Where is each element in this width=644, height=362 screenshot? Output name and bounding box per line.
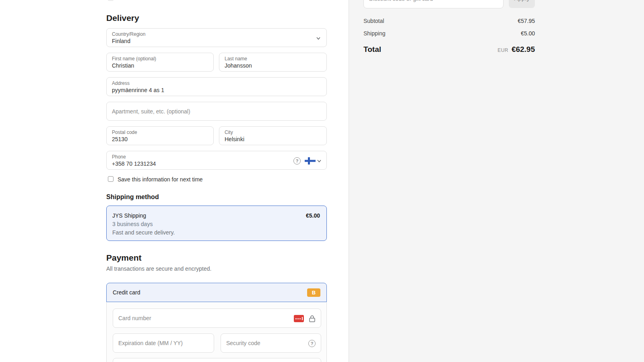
postal-code-field[interactable]: Postal code (106, 126, 214, 145)
expiration-date-field[interactable] (113, 333, 214, 353)
shipping-option-duration: 3 business days (112, 221, 320, 227)
apartment-field[interactable] (106, 102, 327, 121)
shipping-method-heading: Shipping method (106, 193, 159, 201)
delivery-heading: Delivery (106, 13, 139, 23)
name-on-card-field[interactable] (113, 358, 321, 362)
country-code-selector[interactable] (305, 157, 322, 165)
payment-subtitle: All transactions are secure and encrypte… (106, 265, 211, 272)
first-name-field[interactable]: First name (optional) (106, 53, 214, 72)
payment-method-credit-card[interactable]: Credit card B (106, 283, 327, 302)
card-number-field[interactable] (113, 309, 321, 328)
name-on-card-input[interactable] (113, 358, 321, 362)
postal-code-input[interactable] (107, 127, 213, 145)
security-code-input[interactable] (221, 334, 321, 352)
card-brand-icon (294, 315, 304, 322)
payment-heading: Payment (106, 253, 142, 263)
phone-help-icon[interactable]: ? (293, 157, 301, 165)
checkout-page: Delivery Country/Region First name (opti… (0, 0, 644, 362)
card-number-input[interactable] (113, 309, 321, 327)
chevron-down-icon (317, 158, 322, 163)
address-input[interactable] (107, 78, 326, 96)
shipping-value: €5.00 (521, 30, 535, 37)
total-row: Total EUR €62.95 (363, 45, 535, 54)
finland-flag-icon (305, 157, 316, 165)
bogus-gateway-badge: B (307, 288, 320, 297)
discount-code-input[interactable] (364, 0, 503, 8)
country-value[interactable] (107, 29, 326, 47)
subtotal-value: €57.95 (518, 18, 535, 24)
shipping-option-description: Fast and secure delivery. (112, 229, 320, 236)
security-code-field[interactable]: ? (221, 333, 321, 353)
address-field[interactable]: Address (106, 77, 327, 96)
first-name-input[interactable] (107, 53, 213, 71)
save-info-checkbox[interactable] (108, 176, 114, 182)
credit-card-form: ? (106, 302, 327, 362)
checkout-form-column: Delivery Country/Region First name (opti… (0, 0, 349, 362)
security-code-help-icon[interactable]: ? (308, 340, 316, 347)
city-input[interactable] (219, 127, 326, 145)
order-summary-panel: Apply Subtotal €57.95 Shipping €5.00 Tot… (349, 0, 644, 362)
shipping-option-price: €5.00 (306, 212, 320, 219)
total-label: Total (363, 45, 381, 54)
shipping-option-name: JYS Shipping (112, 212, 146, 219)
country-select[interactable]: Country/Region (106, 28, 327, 47)
phone-field[interactable]: Phone ? (106, 151, 327, 170)
subtotal-label: Subtotal (363, 18, 384, 24)
expiration-date-input[interactable] (113, 334, 214, 352)
city-field[interactable]: City (219, 126, 327, 145)
total-currency: EUR (497, 47, 508, 53)
discount-code-field[interactable] (363, 0, 504, 8)
subtotal-row: Subtotal €57.95 (363, 18, 535, 24)
shipping-label: Shipping (363, 30, 386, 37)
shipping-option-selected[interactable]: JYS Shipping €5.00 3 business days Fast … (106, 206, 327, 241)
apply-discount-button[interactable]: Apply (509, 0, 535, 8)
total-value: €62.95 (512, 45, 535, 54)
chevron-down-icon (316, 36, 321, 41)
credit-card-label: Credit card (113, 289, 140, 296)
lock-icon (309, 315, 316, 322)
news-offers-checkbox[interactable] (108, 0, 114, 1)
shipping-row: Shipping €5.00 (363, 30, 535, 37)
last-name-input[interactable] (219, 53, 326, 71)
apartment-input[interactable] (107, 102, 326, 120)
last-name-field[interactable]: Last name (219, 53, 327, 72)
save-info-label: Save this information for next time (118, 176, 203, 183)
